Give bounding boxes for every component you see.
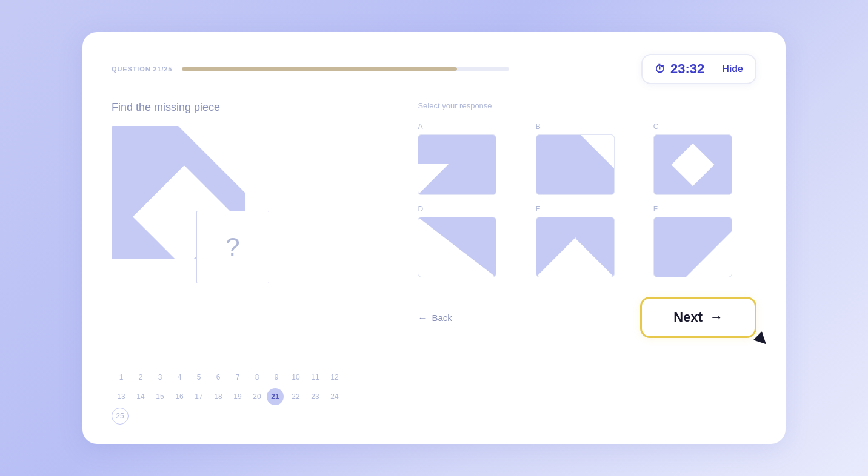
option-item-b: B	[536, 122, 639, 195]
cal-day-20[interactable]: 20	[247, 388, 267, 405]
next-btn-wrapper: Next → ▶	[640, 297, 756, 338]
question-title: Find the missing piece	[112, 101, 393, 114]
header-row: QUESTION 21/25 ⏱ 23:32 Hide	[112, 54, 756, 84]
option-letter-f: F	[653, 205, 756, 213]
question-mark-symbol: ?	[225, 233, 239, 262]
option-box-e[interactable]	[536, 217, 615, 277]
cal-day-5[interactable]: 5	[189, 369, 209, 386]
cal-day-25[interactable]: 25	[112, 408, 129, 425]
option-item-d: D	[418, 205, 521, 277]
right-panel: Select your response A B C	[418, 101, 756, 425]
timer-value: ⏱ 23:32	[655, 61, 704, 77]
bottom-row: ← Back Next → ▶	[418, 297, 756, 338]
cal-day-21[interactable]: 21	[267, 388, 284, 405]
calendar: 1 2 3 4 5 6 7 8 9 10 11 12 13 14 15 16	[112, 369, 393, 425]
timer-icon: ⏱	[655, 63, 666, 76]
cal-day-19[interactable]: 19	[228, 388, 247, 405]
cal-grid: 1 2 3 4 5 6 7 8 9 10 11 12 13 14 15 16	[112, 369, 393, 425]
cal-day-4[interactable]: 4	[170, 369, 189, 386]
timer-divider	[713, 62, 713, 76]
response-label: Select your response	[418, 101, 756, 110]
cal-day-15[interactable]: 15	[150, 388, 170, 405]
option-box-f[interactable]	[653, 217, 732, 277]
cal-day-7[interactable]: 7	[228, 369, 247, 386]
cal-day-9[interactable]: 9	[267, 369, 286, 386]
cal-day-1[interactable]: 1	[112, 369, 131, 386]
missing-piece: ?	[196, 211, 269, 283]
cal-day-16[interactable]: 16	[170, 388, 189, 405]
timer-box: ⏱ 23:32 Hide	[641, 54, 756, 84]
option-letter-d: D	[418, 205, 521, 213]
cal-day-11[interactable]: 11	[305, 369, 325, 386]
timer-display: 23:32	[670, 61, 704, 77]
next-button[interactable]: Next →	[640, 297, 756, 338]
cal-day-18[interactable]: 18	[209, 388, 228, 405]
cal-day-13[interactable]: 13	[112, 388, 131, 405]
option-item-f: F	[653, 205, 756, 277]
puzzle-container: ?	[112, 126, 269, 283]
cal-day-6[interactable]: 6	[209, 369, 228, 386]
cal-day-14[interactable]: 14	[131, 388, 150, 405]
option-box-d[interactable]	[418, 217, 496, 277]
progress-bar-track	[182, 67, 509, 71]
quiz-card: QUESTION 21/25 ⏱ 23:32 Hide Find the mis…	[82, 32, 786, 444]
main-content: Find the missing piece ? 1 2 3 4 5 6	[112, 101, 756, 425]
option-item-c: C	[653, 122, 756, 195]
opt-c-diamond	[671, 144, 714, 187]
option-item-a: A	[418, 122, 521, 195]
question-info: QUESTION 21/25	[112, 65, 641, 73]
option-box-a[interactable]	[418, 134, 496, 195]
next-label: Next	[673, 309, 703, 325]
option-box-b[interactable]	[536, 134, 615, 195]
options-grid: A B C D	[418, 122, 756, 277]
cal-day-8[interactable]: 8	[247, 369, 267, 386]
option-letter-b: B	[536, 122, 639, 131]
option-box-c[interactable]	[653, 134, 732, 195]
option-item-e: E	[536, 205, 639, 277]
hide-button[interactable]: Hide	[722, 64, 743, 74]
option-letter-a: A	[418, 122, 521, 131]
cal-day-3[interactable]: 3	[150, 369, 170, 386]
cal-day-10[interactable]: 10	[286, 369, 305, 386]
option-letter-c: C	[653, 122, 756, 131]
cal-day-24[interactable]: 24	[325, 388, 344, 405]
cal-day-17[interactable]: 17	[189, 388, 209, 405]
back-label: Back	[432, 312, 452, 323]
progress-bar-fill	[182, 67, 457, 71]
question-label: QUESTION 21/25	[112, 65, 172, 73]
cal-day-2[interactable]: 2	[131, 369, 150, 386]
cal-day-12[interactable]: 12	[325, 369, 344, 386]
back-button[interactable]: ← Back	[418, 312, 452, 323]
left-panel: Find the missing piece ? 1 2 3 4 5 6	[112, 101, 393, 425]
cal-day-23[interactable]: 23	[305, 388, 325, 405]
next-arrow-icon: →	[710, 309, 723, 325]
back-arrow-icon: ←	[418, 312, 427, 323]
option-letter-e: E	[536, 205, 639, 213]
cal-day-22[interactable]: 22	[286, 388, 305, 405]
